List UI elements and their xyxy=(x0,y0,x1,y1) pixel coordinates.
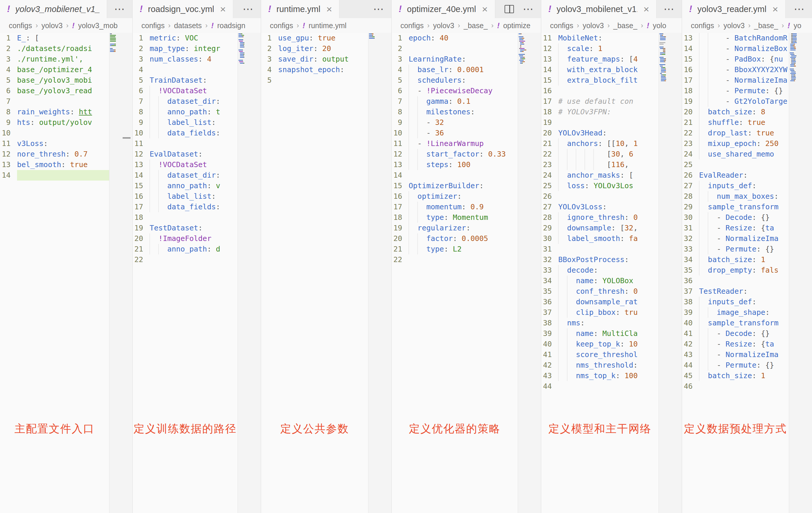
code-text: keep_top_k: 10 xyxy=(558,339,659,350)
breadcrumb-item[interactable]: _base_ xyxy=(464,21,488,30)
code-editor[interactable]: 1metric: VOC2map_type: integr3num_classe… xyxy=(133,33,238,513)
breadcrumb-item[interactable]: configs xyxy=(400,21,424,30)
editor-tab[interactable]: ! yolov3_reader.yml × xyxy=(682,0,786,18)
editor-tab[interactable]: ! yolov3_mobilenet_v1_roa xyxy=(0,0,107,18)
code-line: 22 xyxy=(392,254,518,265)
breadcrumb-item[interactable]: _base_ xyxy=(613,21,637,30)
indent-guide xyxy=(409,149,417,159)
breadcrumb-item[interactable]: yolov3 xyxy=(41,21,62,30)
indent-guide xyxy=(708,54,717,64)
code-line: 12start_factor: 0.33 xyxy=(392,149,518,159)
indent-guide xyxy=(699,297,708,307)
breadcrumb-item-label: yo xyxy=(793,21,801,30)
code-text: batch_size: 1 xyxy=(699,370,789,381)
line-number: 5 xyxy=(133,75,150,86)
code-token: !VOCDataSet xyxy=(158,87,207,95)
indent-guide xyxy=(699,265,708,276)
breadcrumb-item[interactable]: !yo xyxy=(788,21,802,30)
breadcrumb-item[interactable]: !runtime.yml xyxy=(302,21,346,30)
code-text: mixup_epoch: 250 xyxy=(699,139,789,149)
breadcrumb-item[interactable]: yolov3 xyxy=(583,21,604,30)
code-text xyxy=(409,170,518,181)
split-editor-icon[interactable] xyxy=(504,5,514,13)
editor-tab[interactable]: ! roadsign_voc.yml × xyxy=(133,0,233,18)
code-token: factor xyxy=(426,234,453,243)
code-text: label_list: xyxy=(150,191,238,202)
breadcrumb-item[interactable]: _base_ xyxy=(754,21,778,30)
breadcrumb-item[interactable]: configs xyxy=(270,21,293,30)
minimap-row xyxy=(238,36,254,37)
breadcrumb-item[interactable]: configs xyxy=(141,21,165,30)
editor-tab[interactable]: ! yolov3_mobilenet_v1.yml × xyxy=(541,0,657,18)
code-line: 32- NormalizeIma xyxy=(682,233,789,244)
minimap[interactable] xyxy=(238,33,254,66)
code-line: 12scale: 1 xyxy=(541,43,659,54)
indent-guide xyxy=(558,265,567,276)
minimap[interactable] xyxy=(110,33,125,54)
code-editor[interactable]: 11MobileNet:12scale: 113feature_maps: [4… xyxy=(541,33,659,513)
code-token: : [ xyxy=(26,34,39,42)
code-line: 7 xyxy=(0,96,109,107)
code-token: : { xyxy=(752,224,765,232)
indent-guide xyxy=(567,276,576,286)
tab-bar: ! roadsign_voc.yml × ⋯ xyxy=(133,0,261,18)
tab-close-icon[interactable]: × xyxy=(773,4,778,14)
code-line: 31- Resize: {ta xyxy=(682,223,789,233)
minimap[interactable] xyxy=(790,33,805,83)
code-editor[interactable]: 1use_gpu: true2log_iter: 203save_dir: ou… xyxy=(261,33,368,513)
breadcrumb-item[interactable]: datasets xyxy=(174,21,202,30)
breadcrumb-item[interactable]: yolov3 xyxy=(723,21,745,30)
code-text: OptimizerBuilder: xyxy=(409,181,518,191)
tab-bar: ! optimizer_40e.yml × ⋯ xyxy=(392,0,541,18)
code-token: : xyxy=(620,55,629,63)
minimap[interactable] xyxy=(369,33,384,41)
minimap-row xyxy=(660,36,675,37)
more-actions-icon[interactable]: ⋯ xyxy=(664,3,675,15)
breadcrumb-item[interactable]: configs xyxy=(691,21,714,30)
tab-close-icon[interactable]: × xyxy=(326,4,332,14)
more-actions-icon[interactable]: ⋯ xyxy=(523,3,534,15)
indent-guide xyxy=(699,149,708,159)
breadcrumb-item[interactable]: yolov3 xyxy=(433,21,454,30)
code-token: true xyxy=(748,118,765,127)
more-actions-icon[interactable]: ⋯ xyxy=(114,3,125,15)
code-line: 4 xyxy=(133,64,238,75)
code-text: decode: xyxy=(558,265,659,276)
code-text: feature_maps: [4 xyxy=(558,54,659,64)
tab-close-icon[interactable]: × xyxy=(643,4,649,14)
code-editor[interactable]: 13 - BatchRandomR14 - NormalizeBox15 - P… xyxy=(682,33,789,513)
minimap-row xyxy=(790,60,805,61)
indent-guide xyxy=(708,350,717,360)
code-text: milestones: xyxy=(409,107,518,117)
tab-close-icon[interactable]: × xyxy=(220,4,226,14)
minimap-row xyxy=(790,80,805,81)
indent-guide xyxy=(150,233,158,244)
code-line: 1E_: [ xyxy=(0,33,109,43)
breadcrumb-item[interactable]: !yolo xyxy=(647,21,667,30)
more-actions-icon[interactable]: ⋯ xyxy=(242,3,254,15)
minimap[interactable] xyxy=(660,33,675,83)
line-number: 40 xyxy=(682,318,699,328)
minimap-row xyxy=(238,44,254,44)
code-text: clip_bbox: tru xyxy=(558,307,659,318)
code-token: !ImageFolder xyxy=(158,234,211,243)
code-editor[interactable]: 1epoch: 4023LearningRate:4base_lr: 0.000… xyxy=(392,33,518,513)
code-token: : xyxy=(620,234,629,243)
editor-tab[interactable]: ! runtime.yml × xyxy=(261,0,340,18)
more-actions-icon[interactable]: ⋯ xyxy=(373,3,384,15)
breadcrumb-item[interactable]: configs xyxy=(9,21,32,30)
breadcrumb-item[interactable]: !optimize xyxy=(497,21,531,30)
code-token: - xyxy=(717,224,725,232)
tab-close-icon[interactable]: × xyxy=(482,4,488,14)
minimap[interactable] xyxy=(519,33,534,66)
line-number: 11 xyxy=(392,139,409,149)
breadcrumb-item[interactable]: !roadsign xyxy=(211,21,245,30)
editor-tab[interactable]: ! optimizer_40e.yml × xyxy=(392,0,495,18)
breadcrumb-item[interactable]: !yolov3_mob xyxy=(72,21,117,30)
code-text: with_extra_block xyxy=(558,64,659,75)
more-actions-icon[interactable]: ⋯ xyxy=(794,3,805,15)
code-editor[interactable]: 1E_: [2./datasets/roadsi3./runtime.yml',… xyxy=(0,33,109,513)
indent-guide xyxy=(699,75,708,86)
breadcrumb-separator: › xyxy=(577,21,579,30)
breadcrumb-item[interactable]: configs xyxy=(550,21,573,30)
